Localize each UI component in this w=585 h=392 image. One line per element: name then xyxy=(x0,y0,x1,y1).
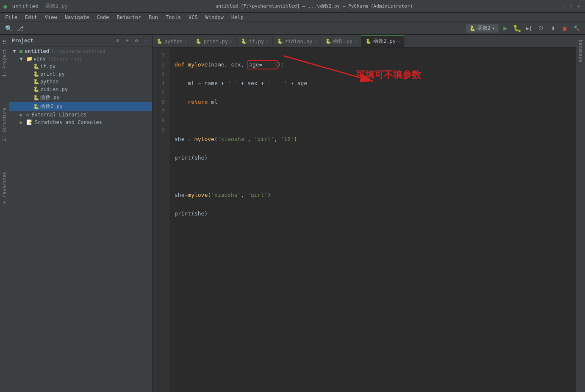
left-vtab-structure[interactable]: 2: Structure xyxy=(1,106,8,143)
code-content[interactable]: def mylove(name, sex, age=' '): ml = nam… xyxy=(169,47,576,392)
tab-zidian[interactable]: 🐍 zidian.py ✕ xyxy=(273,35,321,47)
tab-print-close[interactable]: ✕ xyxy=(230,39,232,44)
project-collapse-btn[interactable]: – xyxy=(142,37,150,44)
tree-item-root[interactable]: ▼ ■ untitled F:\pycharm\untitled xyxy=(9,47,152,55)
if-py-icon: 🐍 xyxy=(33,63,39,69)
tab-hanshu1-close[interactable]: ✕ xyxy=(354,39,357,44)
profile-button[interactable]: ⏱ xyxy=(536,23,546,33)
line-num-9: 9 xyxy=(154,125,167,135)
code-line-6: print(she) xyxy=(175,153,571,163)
left-strip-vtabs: 1: Project 2: Structure ★ Favorites xyxy=(0,44,9,383)
code-line-7 xyxy=(175,172,571,181)
tab-hanshu2[interactable]: 🐍 函数2.py ✕ xyxy=(361,35,405,47)
line-num-5: 5 xyxy=(154,88,167,97)
menu-run[interactable]: Run xyxy=(145,14,161,21)
tab-bar: 🐍 python ✕ 🐍 print.py ✕ 🐍 if.py ✕ 🐍 zidi… xyxy=(152,35,576,47)
tab-python-close[interactable]: ✕ xyxy=(184,39,187,44)
title-bar: ● untitled 函数2.py untitled [F:\pycharm\u… xyxy=(0,0,585,13)
tree-item-hanshu1[interactable]: 🐍 函数.py xyxy=(9,93,152,102)
tab-print-label: print.py xyxy=(203,39,228,44)
tree-item-venv[interactable]: ▼ 📁 venv library root xyxy=(9,55,152,63)
menu-file[interactable]: File xyxy=(2,14,21,21)
menu-view[interactable]: View xyxy=(42,14,61,21)
run-config-chevron: ▾ xyxy=(492,25,495,31)
stop-button[interactable]: ■ xyxy=(560,23,570,33)
menu-window[interactable]: Window xyxy=(202,14,227,21)
tab-if-icon: 🐍 xyxy=(241,39,247,44)
code-line-8: she=mylove('xiaosha', 'girl') xyxy=(175,190,571,200)
coverage-button[interactable]: ▶| xyxy=(524,23,534,33)
venv-label: venv xyxy=(33,56,46,62)
project-locate-btn[interactable]: ⊕ xyxy=(114,37,122,44)
menu-tools[interactable]: Tools xyxy=(162,14,184,21)
tab-if[interactable]: 🐍 if.py ✕ xyxy=(237,35,273,47)
toolbar-git-btn[interactable]: ⎇ xyxy=(15,23,25,33)
menu-refactor[interactable]: Refactor xyxy=(113,14,144,21)
tree-item-print[interactable]: 🐍 print.py xyxy=(9,70,152,78)
left-vtab-project-indicator[interactable]: 1: Project xyxy=(1,47,8,79)
line-num-2: 2 xyxy=(154,60,167,69)
line-numbers: 1 2 3 4 5 6 7 8 9 xyxy=(152,47,169,392)
window-full-title: untitled [F:\pycharm\untitled] – ...\函数2… xyxy=(73,3,555,9)
file-tree: ▼ ■ untitled F:\pycharm\untitled ▼ 📁 ven… xyxy=(9,47,152,392)
menu-navigate[interactable]: Navigate xyxy=(61,14,93,21)
zidian-label: zidian.py xyxy=(40,86,68,92)
project-header-actions: ⊕ ÷ ⚙ – xyxy=(114,37,150,44)
tree-item-hanshu2[interactable]: 🐍 函数2.py xyxy=(9,102,152,111)
venv-expand-icon: ▼ xyxy=(18,56,25,62)
maximize-button[interactable]: □ xyxy=(568,3,574,9)
ext-label: External Libraries xyxy=(31,112,86,118)
line-num-4: 4 xyxy=(154,79,167,88)
run-config-selector[interactable]: 🐍 函数2 ▾ xyxy=(466,24,499,33)
project-title: untitled xyxy=(12,3,39,9)
close-button[interactable]: ✕ xyxy=(576,3,582,9)
project-panel: Project ⊕ ÷ ⚙ – ▼ ■ untitled F:\pycharm\… xyxy=(9,35,152,392)
line-num-6: 6 xyxy=(154,97,167,107)
toolbar-search-btn[interactable]: 🔍 xyxy=(3,23,14,33)
pause-button[interactable]: ⏸ xyxy=(548,23,558,33)
line-num-7: 7 xyxy=(154,107,167,116)
debug-button[interactable]: 🐛 xyxy=(512,23,522,33)
menu-code[interactable]: Code xyxy=(94,14,113,21)
menu-edit[interactable]: Edit xyxy=(22,14,41,21)
left-vtab-favorites[interactable]: ★ Favorites xyxy=(1,170,8,207)
project-filter-btn[interactable]: ÷ xyxy=(123,37,131,44)
print-py-icon: 🐍 xyxy=(33,71,39,77)
tab-python[interactable]: 🐍 python ✕ xyxy=(152,35,191,47)
tree-item-scratches[interactable]: ▶ 📝 Scratches and Consoles xyxy=(9,119,152,126)
tab-zidian-close[interactable]: ✕ xyxy=(314,39,316,44)
code-editor[interactable]: 1 2 3 4 5 6 7 8 9 def mylove(name, sex, … xyxy=(152,47,576,392)
tab-hanshu1[interactable]: 🐍 函数.py ✕ xyxy=(321,35,361,47)
tree-item-zidian[interactable]: 🐍 zidian.py xyxy=(9,86,152,93)
python-py-icon: 🐍 xyxy=(33,79,39,85)
venv-note: library root xyxy=(48,56,82,62)
menu-vcs[interactable]: VCS xyxy=(185,14,201,21)
tree-item-python[interactable]: 🐍 python xyxy=(9,78,152,86)
tab-print[interactable]: 🐍 print.py ✕ xyxy=(191,35,237,47)
run-config-label: 函数2 xyxy=(477,25,491,32)
minimize-button[interactable]: ─ xyxy=(560,3,566,9)
app-icon: ● xyxy=(3,3,7,10)
rvtab-database[interactable]: Database xyxy=(576,37,585,65)
line-num-8: 8 xyxy=(154,116,167,125)
code-line-5: she = mylove('xiaosha', 'girl', '18') xyxy=(175,135,571,144)
project-header: Project ⊕ ÷ ⚙ – xyxy=(9,35,152,47)
project-settings-btn[interactable]: ⚙ xyxy=(133,37,140,44)
editor-area: 🐍 python ✕ 🐍 print.py ✕ 🐍 if.py ✕ 🐍 zidi… xyxy=(152,35,576,392)
menu-help[interactable]: Help xyxy=(228,14,247,21)
tree-item-if[interactable]: 🐍 if.py xyxy=(9,63,152,70)
tab-python-icon: 🐍 xyxy=(157,39,163,44)
run-button[interactable]: ▶ xyxy=(500,23,510,33)
tab-if-close[interactable]: ✕ xyxy=(266,39,268,44)
tree-item-external-libs[interactable]: ▶ ⚙ External Libraries xyxy=(9,111,152,119)
ext-expand-icon: ▶ xyxy=(18,112,25,118)
root-path: F:\pycharm\untitled xyxy=(52,49,105,54)
build-button[interactable]: 🔨 xyxy=(571,23,582,33)
zidian-py-icon: 🐍 xyxy=(33,86,39,92)
code-line-3: return ml xyxy=(175,97,571,107)
tab-print-icon: 🐍 xyxy=(196,39,202,44)
tab-hanshu2-close[interactable]: ✕ xyxy=(397,39,400,44)
line-num-1: 1 xyxy=(154,51,167,60)
tab-zidian-label: zidian.py xyxy=(285,39,312,44)
root-folder-icon: ■ xyxy=(19,48,22,54)
